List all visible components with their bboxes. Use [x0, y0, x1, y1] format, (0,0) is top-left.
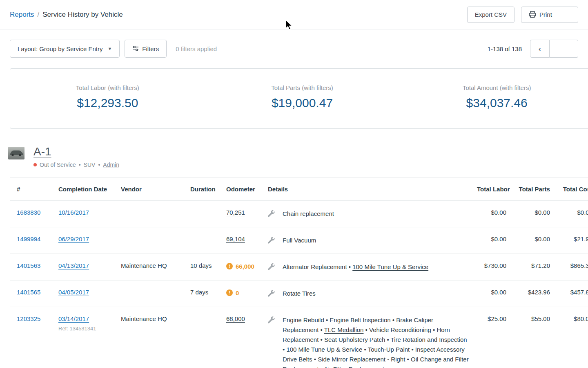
service-task: Touch-Up Paint: [368, 346, 410, 353]
odometer-link[interactable]: 69,104: [226, 236, 245, 242]
next-page-button[interactable]: [550, 40, 578, 58]
details-text: Alternator Replacement • 100 Mile Tune U…: [283, 262, 428, 272]
service-task: Side Mirror Replacement - Right: [318, 356, 405, 363]
details-separator: •: [324, 316, 330, 323]
cell-details: Full Vacuum: [264, 227, 473, 254]
odometer-link[interactable]: 68,000: [226, 315, 245, 322]
breadcrumb-separator: /: [38, 11, 40, 19]
reference-number: Ref: 134531341: [58, 325, 113, 332]
cell-odometer: !66,000: [222, 254, 264, 280]
wrench-icon: [268, 237, 275, 244]
details-separator: •: [362, 346, 368, 353]
cell-details: Alternator Replacement • 100 Mile Tune U…: [264, 254, 473, 280]
table-row: 168383010/16/201770,251Chain replacement…: [10, 201, 588, 227]
vehicle-thumbnail[interactable]: [8, 147, 24, 159]
cell-total-parts: $0.00: [510, 227, 554, 254]
cell-odometer: 69,104: [222, 227, 264, 254]
details-text: Rotate Tires: [283, 289, 316, 298]
summary-total-parts: Total Parts (with filters) $19,000.47: [205, 69, 400, 128]
cell-duration: [186, 227, 222, 254]
completion-date-link[interactable]: 10/16/2017: [58, 209, 89, 216]
pager-group: ‹: [530, 40, 578, 58]
cell-entry-number: 1499994: [10, 227, 54, 254]
prev-page-button[interactable]: ‹: [530, 40, 550, 58]
summary-label: Total Parts (with filters): [205, 84, 400, 91]
service-history-table: # Completion Date Vendor Duration Odomet…: [10, 177, 588, 368]
cell-vendor: Maintenance HQ: [117, 254, 186, 280]
header-total-cost: Total Cost: [554, 177, 588, 201]
wrench-icon: [268, 263, 275, 270]
vehicle-name-link[interactable]: A-1: [33, 145, 51, 158]
wrench-icon: [268, 316, 275, 323]
service-task: Seat Upholstery Patch: [324, 336, 385, 343]
status-dot-icon: [33, 163, 37, 166]
warning-icon: !: [226, 263, 233, 269]
odometer-warning: !0: [226, 289, 239, 296]
summary-total-amount: Total Amount (with filters) $34,037.46: [399, 69, 588, 128]
completion-date-link[interactable]: 06/29/2017: [58, 236, 89, 242]
entry-number-link[interactable]: 1683830: [17, 209, 40, 216]
cell-total-labor: $25.00: [473, 307, 510, 368]
cell-odometer: 68,000: [222, 307, 264, 368]
service-task: Chain replacement: [283, 210, 334, 217]
wrench-icon: [268, 210, 275, 217]
meta-separator: •: [98, 162, 100, 168]
header-odometer: Odometer: [222, 177, 264, 201]
service-task: Air Filter Replacement: [324, 366, 384, 368]
toolbar: Layout: Group by Service Entry ▼ Filters…: [0, 40, 588, 58]
odometer-value: 0: [236, 289, 239, 296]
entry-number-link[interactable]: 1401565: [17, 289, 40, 296]
header-duration: Duration: [186, 177, 222, 201]
completion-date-link[interactable]: 04/05/2017: [58, 289, 89, 296]
cell-total-cost: $80.00: [554, 307, 588, 368]
completion-date-link[interactable]: 04/13/2017: [58, 262, 89, 269]
header-total-labor: Total Labor: [473, 177, 510, 201]
cell-duration: 10 days: [186, 254, 222, 280]
completion-date-link[interactable]: 03/14/2017: [58, 315, 89, 322]
entry-number-link[interactable]: 1203325: [17, 315, 40, 322]
breadcrumb: Reports / Service History by Vehicle: [10, 11, 467, 19]
cell-total-cost: $21.95: [554, 227, 588, 254]
vehicle-group-link[interactable]: Admin: [103, 162, 119, 168]
details-content: Alternator Replacement • 100 Mile Tune U…: [268, 262, 469, 272]
vehicle-status-line: Out of Service • SUV • Admin: [33, 162, 119, 168]
print-button[interactable]: Print: [521, 7, 578, 23]
service-task-link[interactable]: TLC Medallion: [324, 326, 364, 333]
cell-completion-date: 04/13/2017: [54, 254, 117, 280]
odometer-value: 66,000: [236, 263, 254, 270]
meta-separator: •: [79, 162, 81, 168]
filters-button[interactable]: Filters: [125, 40, 167, 58]
summary-value: $19,000.47: [205, 96, 400, 110]
cell-vendor: [117, 280, 186, 307]
cell-details: Rotate Tires: [264, 280, 473, 307]
header-number: #: [10, 177, 54, 201]
details-separator: •: [405, 356, 411, 363]
layout-dropdown[interactable]: Layout: Group by Service Entry ▼: [10, 40, 120, 58]
cell-total-parts: $55.00: [510, 307, 554, 368]
export-csv-button[interactable]: Export CSV: [467, 7, 514, 23]
page-title: Service History by Vehicle: [42, 11, 123, 19]
service-task-link[interactable]: 100 Mile Tune Up & Service: [352, 263, 428, 270]
filters-icon: [132, 45, 139, 52]
odometer-link[interactable]: 70,251: [226, 209, 245, 216]
table-row: 140156304/13/2017Maintenance HQ10 days!6…: [10, 254, 588, 280]
cell-entry-number: 1203325: [10, 307, 54, 368]
cell-total-parts: $71.20: [510, 254, 554, 280]
chevron-down-icon: ▼: [107, 46, 112, 51]
cell-odometer: 70,251: [222, 201, 264, 227]
cell-total-labor: $0.00: [473, 227, 510, 254]
cell-entry-number: 1683830: [10, 201, 54, 227]
service-task: Rotate Tires: [283, 290, 316, 297]
cell-total-parts: $423.96: [510, 280, 554, 307]
summary-card: Total Labor (with filters) $12,293.50 To…: [10, 68, 588, 129]
service-task-link[interactable]: 100 Mile Tune Up & Service: [286, 346, 362, 353]
entry-number-link[interactable]: 1401563: [17, 262, 40, 269]
cell-total-cost: $0.00: [554, 201, 588, 227]
cell-odometer: !0: [222, 280, 264, 307]
wrench-icon: [268, 290, 275, 297]
entry-number-link[interactable]: 1499994: [17, 236, 40, 242]
cell-total-cost: $865.39: [554, 254, 588, 280]
top-bar: Reports / Service History by Vehicle Exp…: [0, 0, 588, 29]
breadcrumb-reports-link[interactable]: Reports: [10, 11, 34, 19]
details-content: Chain replacement: [268, 209, 469, 219]
